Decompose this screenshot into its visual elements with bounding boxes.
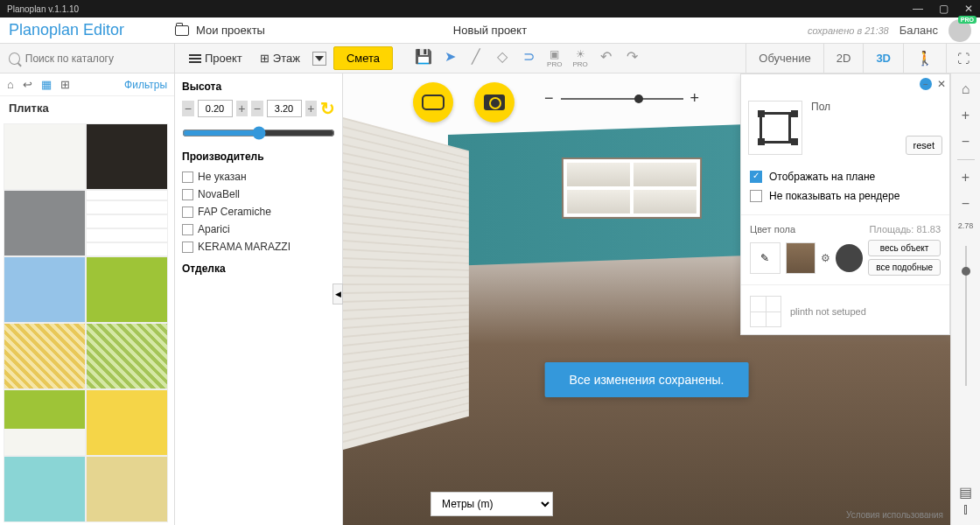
reload-icon[interactable]: ↻	[320, 98, 335, 119]
manufacturer-option[interactable]: FAP Ceramiche	[182, 203, 335, 220]
fullscreen-icon[interactable]: ⛶	[947, 52, 980, 66]
height-max-plus[interactable]: +	[305, 101, 318, 116]
catalog-category: Плитка	[0, 96, 174, 120]
tile-item[interactable]	[4, 123, 86, 190]
floor-dropdown[interactable]	[312, 52, 326, 66]
show-on-plan-checkbox[interactable]	[750, 171, 762, 183]
show-on-plan-label: Отображать на плане	[769, 171, 875, 183]
height-min-input[interactable]	[198, 100, 233, 117]
tile-item[interactable]	[86, 123, 168, 190]
property-panel: − ✕ Пол reset Отображать на плане Не пок…	[740, 74, 950, 335]
save-icon[interactable]: 💾	[416, 48, 431, 64]
tile-item[interactable]	[4, 456, 86, 522]
tile-item[interactable]	[86, 256, 168, 323]
tile-item[interactable]	[86, 323, 168, 389]
filters-link[interactable]: Фильтры	[124, 79, 167, 91]
light-pro-icon[interactable]: ☀PRO	[572, 48, 587, 68]
view-2d[interactable]: 2D	[823, 44, 864, 73]
rail-zoom-out-icon[interactable]: −	[957, 133, 975, 150]
search-input[interactable]	[25, 52, 165, 65]
panel-minimize-icon[interactable]: −	[920, 78, 932, 90]
close-icon[interactable]: ✕	[964, 3, 973, 15]
units-select[interactable]: Метры (m)	[430, 492, 553, 516]
edit-texture-icon[interactable]: ✎	[750, 242, 780, 274]
manufacturer-option[interactable]: Не указан	[182, 168, 335, 186]
view-3d[interactable]: 3D	[863, 44, 903, 73]
hide-on-render-checkbox[interactable]	[750, 190, 762, 202]
hide-on-render-label: Не показывать на рендере	[769, 190, 900, 202]
viewport-3d[interactable]: − + Все изменения сохранены. Метры (m) У…	[343, 74, 950, 525]
back-icon[interactable]: ↩	[23, 78, 32, 91]
reset-button[interactable]: reset	[906, 136, 942, 155]
grid-small-icon[interactable]: ⊞	[60, 78, 70, 91]
height-min-minus[interactable]: −	[182, 101, 194, 116]
magnet-icon[interactable]: ⊃	[521, 48, 536, 64]
plinth-status: plinth not setuped	[790, 306, 866, 317]
vr-button[interactable]	[413, 82, 453, 122]
eraser-icon[interactable]: ◇	[494, 48, 510, 64]
height-label: Высота	[182, 80, 335, 93]
rail-home-icon[interactable]: ⌂	[957, 80, 975, 98]
finish-label: Отделка	[182, 262, 335, 275]
rail-zoom-in-icon[interactable]: +	[957, 107, 975, 124]
walk-mode[interactable]: 🚶	[903, 44, 946, 73]
zoom-slider[interactable]	[561, 98, 683, 100]
estimate-button[interactable]: Смета	[333, 46, 393, 70]
object-name: Пол	[811, 101, 830, 113]
balance-link[interactable]: Баланс	[900, 24, 938, 37]
area-value: Площадь: 81.83	[869, 224, 941, 234]
home-icon[interactable]: ⌂	[7, 78, 14, 91]
height-slider[interactable]	[182, 126, 335, 140]
manufacturer-option[interactable]: NovaBell	[182, 186, 335, 203]
tile-item[interactable]	[86, 190, 168, 256]
maximize-icon[interactable]: ▢	[939, 3, 948, 15]
saved-timestamp: сохранено в 21:38	[808, 25, 889, 36]
height-min-plus[interactable]: +	[236, 101, 248, 116]
tile-item[interactable]	[4, 323, 86, 389]
plinth-swatch[interactable]	[750, 296, 781, 327]
whole-object-button[interactable]: весь объект	[868, 240, 941, 256]
minimize-icon[interactable]: —	[913, 3, 923, 15]
rail-minus-icon[interactable]: −	[957, 195, 975, 213]
panel-close-icon[interactable]: ✕	[937, 78, 946, 90]
rail-chart-icon[interactable]: ⫿	[957, 500, 975, 518]
screenshot-button[interactable]	[474, 82, 514, 122]
project-title: Новый проект	[453, 24, 527, 37]
collapse-panel-icon[interactable]: ◀	[332, 284, 343, 304]
my-projects-link[interactable]: Мои проекты	[196, 24, 265, 37]
tile-item[interactable]	[4, 190, 86, 256]
all-similar-button[interactable]: все подобные	[868, 259, 941, 276]
color-swatch[interactable]	[836, 244, 863, 272]
camera-pro-icon[interactable]: ▣PRO	[547, 48, 562, 68]
rail-zoom-value: 2.78	[958, 221, 974, 230]
grid-large-icon[interactable]: ▦	[41, 78, 52, 91]
pointer-icon[interactable]: ➤	[442, 48, 458, 64]
rail-plus-icon[interactable]: +	[957, 169, 975, 186]
tile-item[interactable]	[4, 256, 86, 323]
zoom-in-icon[interactable]: +	[690, 89, 700, 108]
pro-badge: PRO	[958, 16, 976, 24]
avatar[interactable]: PRO	[948, 19, 971, 42]
project-menu[interactable]: Проект	[184, 48, 248, 68]
folder-icon[interactable]	[175, 25, 189, 36]
manufacturer-option[interactable]: KERAMA MARAZZI	[182, 238, 335, 256]
tile-item[interactable]	[86, 456, 168, 522]
rail-layers-icon[interactable]: ▤	[957, 483, 975, 500]
line-icon[interactable]: ╱	[468, 48, 484, 64]
height-max-input[interactable]	[267, 100, 302, 117]
texture-settings-icon[interactable]: ⚙	[821, 252, 830, 264]
zoom-out-icon[interactable]: −	[544, 89, 554, 108]
texture-swatch[interactable]	[786, 242, 816, 274]
training-link[interactable]: Обучение	[746, 44, 822, 73]
manufacturer-option[interactable]: Aparici	[182, 220, 335, 238]
redo-icon[interactable]: ↷	[625, 48, 640, 64]
terms-link[interactable]: Условия использования	[846, 510, 943, 520]
height-max-minus[interactable]: −	[251, 101, 263, 116]
undo-icon[interactable]: ↶	[598, 48, 614, 64]
tile-item[interactable]	[4, 389, 86, 456]
floor-color-label: Цвет пола	[750, 224, 795, 234]
shape-preview	[748, 101, 802, 155]
rail-slider[interactable]	[965, 246, 967, 386]
floor-menu[interactable]: ⊞ Этаж	[255, 48, 305, 68]
tile-item[interactable]	[86, 389, 168, 456]
